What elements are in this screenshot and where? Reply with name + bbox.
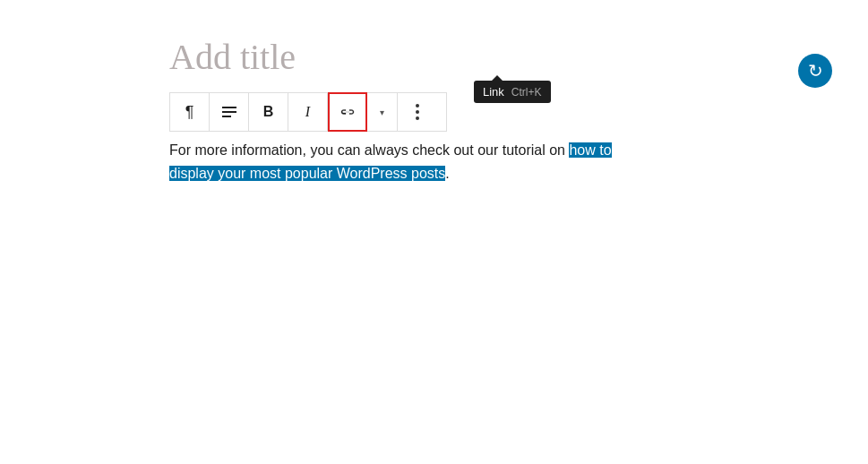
bold-button[interactable]: B (249, 92, 288, 132)
paragraph-content: For more information, you can always che… (169, 139, 626, 185)
tooltip-shortcut: Ctrl+K (511, 86, 542, 99)
more-options-icon (416, 92, 419, 132)
link-icon (339, 106, 357, 118)
refresh-icon: ↻ (808, 60, 823, 82)
formatting-toolbar: ¶ B I (169, 92, 447, 132)
text-before-highlight: For more information, you can always che… (169, 142, 569, 158)
chevron-down-icon: ▾ (380, 107, 384, 117)
link-button[interactable] (328, 92, 367, 132)
more-options-button[interactable] (398, 92, 437, 132)
page-container: ↻ Add title ¶ B I (0, 0, 868, 464)
content-area: Add title ¶ B I (169, 36, 707, 185)
link-tooltip: Link Ctrl+K (474, 81, 551, 103)
italic-icon: I (305, 104, 310, 120)
title-placeholder[interactable]: Add title (169, 36, 707, 78)
align-button[interactable] (210, 92, 249, 132)
text-after-highlight: . (445, 166, 449, 181)
chevron-button[interactable]: ▾ (367, 92, 398, 132)
tooltip-label: Link (483, 85, 504, 99)
paragraph-icon: ¶ (185, 103, 194, 122)
bold-icon: B (263, 104, 274, 120)
italic-button[interactable]: I (288, 92, 328, 132)
align-icon (222, 107, 236, 117)
paragraph-button[interactable]: ¶ (170, 92, 210, 132)
refresh-button[interactable]: ↻ (798, 54, 832, 88)
